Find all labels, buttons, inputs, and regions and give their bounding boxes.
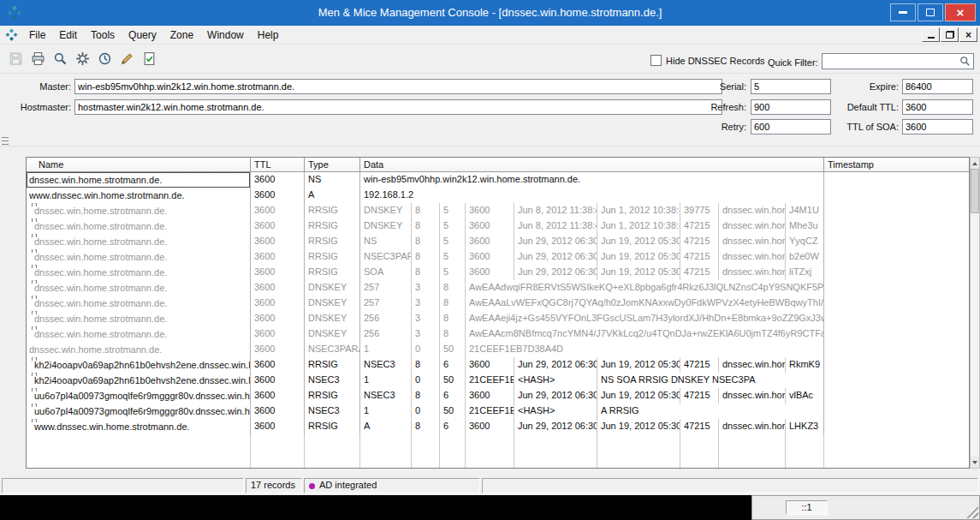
app-window: Men & Mice Management Console - [dnssec.…	[0, 0, 980, 495]
edit-button[interactable]	[116, 48, 137, 69]
data-field: NSEC3	[360, 357, 412, 373]
serial-field[interactable]	[751, 79, 831, 94]
close-button[interactable]: ×	[945, 3, 976, 21]
data-field: Jun 19, 2012 05:30	[597, 357, 680, 373]
table-row[interactable]: dnssec.win.home.strotmann.de. 3600 DNSKE…	[27, 311, 969, 326]
table-row[interactable]: uu6o7pl4a00973gmoqlfe6r9mgggr80v.dnssec.…	[27, 403, 969, 419]
scroll-down-button[interactable]	[971, 457, 979, 468]
search-button[interactable]	[50, 48, 70, 69]
mdi-restore-button[interactable]	[941, 27, 959, 42]
zone-window-icon[interactable]	[5, 28, 18, 41]
table-row[interactable]: dnssec.win.home.strotmann.de. 3600 RRSIG…	[27, 265, 969, 280]
scrollbar-thumb[interactable]	[971, 169, 979, 213]
maximize-button[interactable]	[918, 3, 943, 21]
record-type-cell: DNSKEY	[305, 311, 360, 326]
mdi-close-button[interactable]: ×	[959, 27, 977, 42]
table-row[interactable]: dnssec.win.home.strotmann.de. 3600 NSEC3…	[27, 342, 969, 357]
table-row[interactable]: dnssec.win.home.strotmann.de. 3600 RRSIG…	[27, 218, 969, 234]
resize-grip[interactable]	[966, 506, 978, 518]
default-ttl-field[interactable]	[902, 99, 973, 115]
record-timestamp-cell	[824, 403, 969, 419]
retry-field[interactable]	[751, 119, 831, 134]
record-type-cell: A	[305, 188, 360, 203]
record-timestamp-cell	[824, 296, 969, 311]
menu-tools[interactable]: Tools	[84, 27, 122, 44]
data-field: Jun 29, 2012 06:30	[514, 357, 597, 373]
save-button[interactable]	[5, 48, 26, 69]
table-row[interactable]: dnssec.win.home.strotmann.de. 3600 RRSIG…	[27, 234, 969, 249]
column-header-name[interactable]: Name	[27, 158, 251, 171]
table-row[interactable]: dnssec.win.home.strotmann.de. 3600 DNSKE…	[27, 326, 969, 342]
menu-zone[interactable]: Zone	[163, 27, 200, 44]
menu-edit[interactable]: Edit	[52, 27, 84, 44]
record-count: 17 records	[246, 478, 302, 493]
column-header-type[interactable]: Type	[305, 158, 360, 171]
master-field[interactable]	[74, 79, 722, 94]
soa-form: Master: Hostmaster: Serial: Refresh: Ret…	[0, 74, 980, 139]
record-timestamp-cell	[824, 265, 969, 280]
mdi-window-controls: ×	[922, 27, 977, 42]
record-name: dnssec.win.home.strotmann.de.	[29, 173, 162, 188]
column-header-ttl[interactable]: TTL	[251, 158, 305, 171]
record-name: dnssec.win.home.strotmann.de.	[34, 296, 167, 311]
record-ttl-cell: 3600	[251, 388, 305, 403]
expire-field[interactable]	[902, 79, 973, 94]
refresh-field[interactable]	[751, 99, 831, 115]
ttl-of-soa-field[interactable]	[902, 119, 973, 134]
data-field: 3600	[466, 357, 514, 373]
data-field: Jun 19, 2012 05:30	[597, 249, 680, 265]
record-name-cell: dnssec.win.home.strotmann.de.	[27, 234, 251, 249]
scroll-up-button[interactable]	[971, 158, 979, 169]
data-field: 6	[440, 419, 466, 434]
table-row[interactable]: dnssec.win.home.strotmann.de. 3600 RRSIG…	[27, 203, 969, 218]
history-button[interactable]	[94, 48, 115, 69]
status-pane-empty	[2, 478, 244, 493]
menu-window[interactable]: Window	[200, 27, 251, 44]
verify-button[interactable]	[139, 48, 159, 69]
vertical-scrollbar[interactable]	[970, 157, 980, 469]
mdi-minimize-button[interactable]	[922, 27, 940, 42]
print-button[interactable]	[27, 48, 48, 69]
record-timestamp-cell	[824, 357, 969, 373]
record-data-cell: DNSKEY853600Jun 8, 2012 11:38:4Jun 1, 20…	[360, 203, 824, 218]
data-field: Mhe3u	[786, 218, 823, 234]
quick-filter-input[interactable]	[822, 53, 974, 69]
record-name: dnssec.win.home.strotmann.de.	[34, 281, 167, 296]
record-name: kh2i4ooapv0a69ap2hn61b0ehvsh2ene.dnssec.…	[34, 358, 250, 373]
table-row[interactable]: www.dnssec.win.home.strotmann.de. 3600 R…	[27, 419, 969, 434]
data-field: AwEAAcm8NBfmcq7ncYMN4/J7VKkLcq2/u4TQnDJa…	[466, 326, 823, 342]
data-field: <HASH>	[514, 373, 597, 388]
table-row[interactable]: uu6o7pl4a00973gmoqlfe6r9mgggr80v.dnssec.…	[27, 388, 969, 403]
hostmaster-label: Hostmaster:	[4, 99, 71, 115]
record-type-cell: RRSIG	[305, 388, 360, 403]
table-row[interactable]: kh2i4ooapv0a69ap2hn61b0ehvsh2ene.dnssec.…	[27, 373, 969, 388]
record-data-cell: NSEC3863600Jun 29, 2012 06:30Jun 19, 201…	[360, 357, 824, 373]
record-type-cell: NSEC3	[305, 373, 360, 388]
hostmaster-field[interactable]	[74, 99, 722, 115]
table-row[interactable]: dnssec.win.home.strotmann.de. 3600 RRSIG…	[27, 249, 969, 265]
minimize-button[interactable]	[890, 3, 916, 21]
menu-file[interactable]: File	[22, 27, 52, 44]
menu-query[interactable]: Query	[122, 27, 163, 44]
menu-help[interactable]: Help	[251, 27, 286, 44]
settings-button[interactable]	[72, 48, 92, 69]
table-row[interactable]: dnssec.win.home.strotmann.de. 3600 DNSKE…	[27, 280, 969, 296]
column-header-data[interactable]: Data	[360, 158, 824, 171]
data-field: dnssec.win.home.	[719, 234, 786, 249]
splitter-handle[interactable]	[2, 137, 9, 138]
table-row[interactable]: dnssec.win.home.strotmann.de. 3600 NS wi…	[27, 172, 969, 188]
column-header-timestamp[interactable]: Timestamp	[824, 158, 969, 171]
record-name-cell: dnssec.win.home.strotmann.de.	[27, 326, 251, 342]
table-row[interactable]: dnssec.win.home.strotmann.de. 3600 DNSKE…	[27, 296, 969, 311]
table-row[interactable]: kh2i4ooapv0a69ap2hn61b0ehvsh2ene.dnssec.…	[27, 357, 969, 373]
quick-filter	[822, 53, 974, 69]
data-field: b2e0W	[786, 249, 823, 265]
hide-dnssec-checkbox[interactable]	[650, 55, 662, 66]
table-row[interactable]: www.dnssec.win.home.strotmann.de. 3600 A…	[27, 188, 969, 203]
record-name: dnssec.win.home.strotmann.de.	[34, 266, 167, 280]
data-field: 1	[360, 342, 412, 357]
grid-filler	[27, 434, 969, 468]
data-field: 8	[440, 311, 466, 326]
data-field: 257	[360, 296, 412, 311]
table-header: Name TTL Type Data Timestamp	[27, 158, 969, 172]
